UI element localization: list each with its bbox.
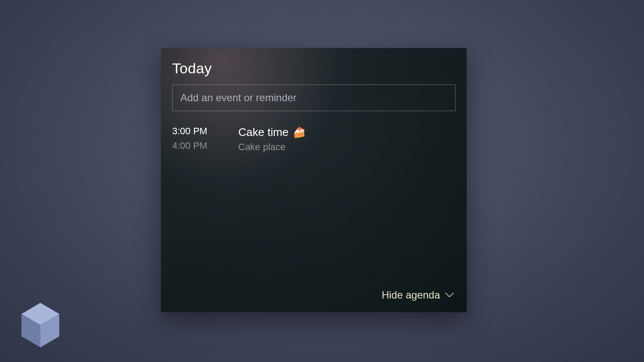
event-details: Cake time 🍰 Cake place [238, 126, 306, 153]
event-list: 3:00 PM 4:00 PM Cake time 🍰 Cake place [172, 126, 456, 287]
event-end-time: 4:00 PM [172, 140, 212, 151]
event-times: 3:00 PM 4:00 PM [172, 126, 212, 153]
cake-icon: 🍰 [293, 127, 306, 138]
chevron-down-icon [445, 293, 454, 298]
agenda-panel: Today 3:00 PM 4:00 PM Cake time 🍰 Cake p… [161, 48, 467, 312]
brand-logo-icon [12, 297, 69, 353]
event-title: Cake time [238, 126, 289, 139]
add-event-input[interactable] [172, 84, 456, 111]
hide-agenda-label: Hide agenda [382, 289, 440, 301]
agenda-title: Today [172, 60, 456, 77]
event-title-row: Cake time 🍰 [238, 126, 306, 139]
event-start-time: 3:00 PM [172, 126, 212, 137]
hide-agenda-button[interactable]: Hide agenda [380, 287, 456, 305]
event-item[interactable]: 3:00 PM 4:00 PM Cake time 🍰 Cake place [172, 126, 456, 153]
event-location: Cake place [238, 142, 306, 153]
